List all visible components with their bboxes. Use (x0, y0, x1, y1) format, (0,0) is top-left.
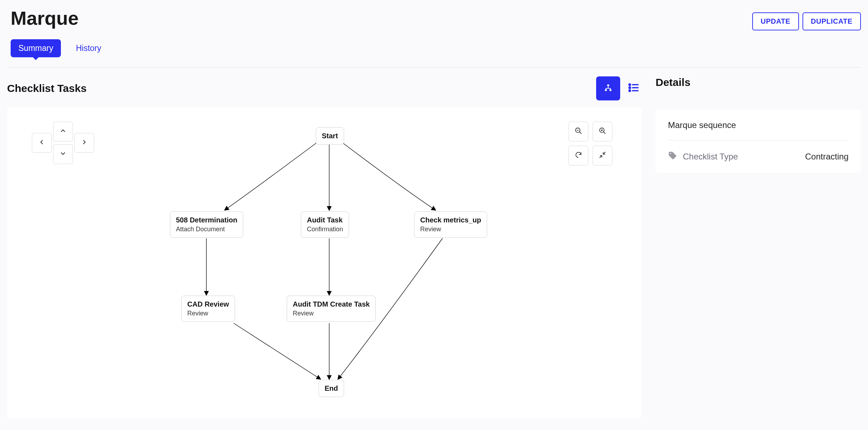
node-label: Audit TDM Create Task (293, 300, 370, 308)
tab-history[interactable]: History (68, 39, 109, 57)
arrow-left-icon (38, 138, 46, 147)
arrow-down-icon (59, 150, 67, 159)
detail-label-text: Checklist Type (683, 152, 738, 162)
svg-rect-2 (610, 89, 612, 91)
flow-edges (7, 108, 634, 419)
svg-line-17 (600, 156, 602, 158)
zoom-out-icon (575, 127, 582, 136)
node-type: Review (187, 310, 229, 317)
zoom-out-button[interactable] (569, 122, 588, 141)
tab-summary[interactable]: Summary (11, 39, 61, 57)
node-start[interactable]: Start (316, 127, 344, 145)
node-label: Check metrics_up (420, 216, 481, 224)
node-label: Audit Task (307, 216, 343, 224)
svg-line-16 (603, 152, 605, 154)
list-icon (628, 82, 640, 95)
diagram-view-button[interactable] (596, 76, 620, 100)
update-button[interactable]: UPDATE (752, 12, 799, 30)
zoom-controls (569, 122, 617, 165)
pan-left-button[interactable] (32, 133, 52, 153)
node-cad-review[interactable]: CAD Review Review (181, 296, 235, 322)
list-view-button[interactable] (627, 81, 641, 96)
svg-point-6 (629, 84, 630, 85)
svg-line-10 (579, 132, 582, 134)
details-title: Marque sequence (668, 120, 849, 140)
tag-icon (668, 151, 677, 162)
arrow-right-icon (80, 138, 88, 147)
refresh-button[interactable] (569, 146, 588, 165)
svg-line-13 (604, 132, 606, 134)
refresh-icon (575, 151, 582, 160)
fit-button[interactable] (593, 146, 612, 165)
detail-value-text: Contracting (805, 152, 849, 162)
duplicate-button[interactable]: DUPLICATE (803, 12, 861, 30)
checklist-heading: Checklist Tasks (7, 82, 87, 94)
node-type: Review (420, 226, 481, 233)
arrow-up-icon (59, 127, 67, 136)
node-label: CAD Review (187, 300, 229, 308)
node-508-determination[interactable]: 508 Determination Attach Document (170, 211, 243, 238)
node-audit-tdm[interactable]: Audit TDM Create Task Review (287, 296, 376, 322)
page-title: Marque (11, 7, 79, 29)
svg-rect-1 (605, 89, 607, 91)
pan-up-button[interactable] (53, 122, 73, 141)
pan-controls (32, 122, 94, 164)
node-type: Review (293, 310, 370, 317)
node-audit-task[interactable]: Audit Task Confirmation (301, 211, 349, 238)
node-label: 508 Determination (176, 216, 237, 224)
compress-icon (599, 151, 606, 160)
zoom-in-button[interactable] (593, 122, 612, 141)
header-actions: UPDATE DUPLICATE (752, 12, 861, 30)
details-heading: Details (656, 76, 861, 88)
tabs: Summary History (11, 39, 861, 57)
details-card: Marque sequence Checklist Type Contracti… (656, 110, 861, 173)
node-label: Start (322, 132, 338, 140)
node-type: Attach Document (176, 226, 237, 233)
svg-point-7 (629, 87, 630, 88)
node-check-metrics[interactable]: Check metrics_up Review (414, 211, 487, 238)
svg-rect-0 (607, 85, 609, 86)
node-end[interactable]: End (319, 380, 344, 397)
flow-canvas[interactable]: Start 508 Determination Attach Document … (7, 108, 641, 419)
pan-right-button[interactable] (74, 133, 94, 153)
detail-row-checklist-type: Checklist Type Contracting (668, 151, 849, 162)
node-label: End (325, 384, 338, 393)
divider (7, 67, 861, 68)
sitemap-icon (604, 84, 612, 93)
svg-point-8 (629, 90, 630, 91)
node-type: Confirmation (307, 226, 343, 233)
pan-down-button[interactable] (53, 144, 73, 164)
zoom-in-icon (599, 127, 606, 136)
view-toggle (596, 76, 641, 100)
